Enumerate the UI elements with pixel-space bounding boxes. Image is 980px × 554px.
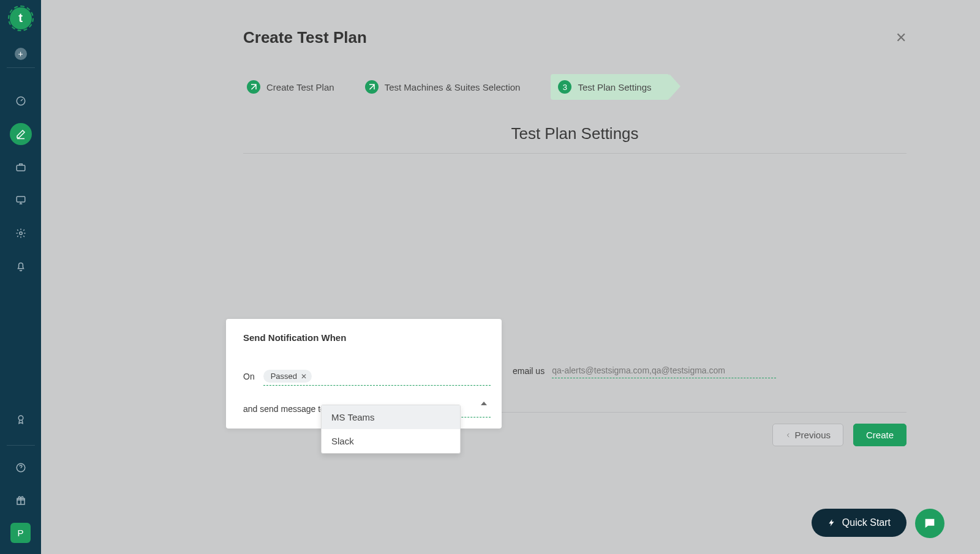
chat-icon (923, 517, 937, 530)
on-row: On Passed ✕ (243, 367, 491, 386)
app-logo[interactable]: t (10, 7, 32, 29)
create-label: Create (866, 430, 894, 440)
notification-panel: Send Notification When On Passed ✕ and s… (226, 319, 502, 429)
svg-rect-2 (17, 197, 25, 202)
dropdown-item-slack[interactable]: Slack (322, 429, 460, 453)
add-button[interactable]: + (15, 48, 27, 60)
previous-label: Previous (795, 430, 831, 440)
chip-passed: Passed ✕ (263, 370, 312, 383)
message-target-dropdown: MS Teams Slack (321, 405, 461, 454)
avatar-letter: P (17, 528, 23, 538)
quick-start-button[interactable]: Quick Start (812, 509, 907, 537)
create-button[interactable]: Create (853, 424, 907, 446)
help-icon[interactable] (10, 457, 32, 479)
svg-point-4 (18, 416, 23, 421)
step-3-label: Test Plan Settings (578, 82, 651, 92)
logo-letter: t (18, 11, 23, 25)
step-1-label: Create Test Plan (266, 82, 334, 92)
on-label: On (243, 372, 255, 381)
check-icon (365, 80, 379, 94)
email-label: email us (513, 366, 545, 376)
chevron-left-icon (785, 432, 791, 438)
chat-fab[interactable] (915, 509, 944, 538)
step-3-number: 3 (558, 80, 571, 94)
chip-remove-icon[interactable]: ✕ (301, 372, 307, 381)
email-row: email us qa-alerts@testsigma.com,qa@test… (513, 363, 776, 378)
briefcase-icon[interactable] (10, 156, 32, 178)
page: Create Test Plan ✕ Create Test Plan Test… (41, 0, 980, 554)
panel-area: Send Notification When On Passed ✕ and s… (243, 319, 907, 446)
step-1[interactable]: Create Test Plan (247, 80, 334, 94)
gift-icon[interactable] (10, 490, 32, 512)
message-label: and send message to (243, 404, 325, 414)
chevron-up-icon (481, 402, 487, 405)
previous-button[interactable]: Previous (772, 424, 843, 446)
badge-icon[interactable] (10, 408, 32, 430)
panel-label: Send Notification When (243, 332, 491, 343)
step-3[interactable]: 3 Test Plan Settings (551, 74, 669, 100)
divider (243, 153, 907, 154)
close-icon[interactable]: ✕ (895, 30, 907, 46)
step-2[interactable]: Test Machines & Suites Selection (365, 80, 521, 94)
chip-label: Passed (271, 372, 297, 381)
dropdown-item-msteams[interactable]: MS Teams (322, 405, 460, 429)
bell-icon[interactable] (10, 255, 32, 277)
status-chip-input[interactable]: Passed ✕ (263, 367, 491, 386)
step-2-label: Test Machines & Suites Selection (385, 82, 521, 92)
sidebar: t + P (0, 0, 41, 554)
svg-rect-1 (17, 165, 25, 171)
page-title: Create Test Plan (243, 28, 367, 47)
page-header: Create Test Plan ✕ (243, 28, 907, 47)
section-title: Test Plan Settings (243, 124, 907, 143)
email-value: qa-alerts@testsigma.com,qa@testsigma.com (552, 365, 776, 375)
monitor-icon[interactable] (10, 189, 32, 211)
wizard-steps: Create Test Plan Test Machines & Suites … (243, 74, 907, 100)
sidebar-divider-bottom (7, 445, 35, 446)
sidebar-divider (7, 67, 35, 68)
dashboard-icon[interactable] (10, 90, 32, 112)
email-input[interactable]: qa-alerts@testsigma.com,qa@testsigma.com (552, 363, 776, 378)
avatar[interactable]: P (10, 523, 31, 543)
svg-point-3 (19, 232, 22, 235)
gear-icon[interactable] (10, 222, 32, 244)
edit-icon[interactable] (10, 123, 32, 145)
quick-start-label: Quick Start (842, 517, 891, 528)
lightning-icon (827, 518, 836, 527)
check-icon (247, 80, 260, 94)
